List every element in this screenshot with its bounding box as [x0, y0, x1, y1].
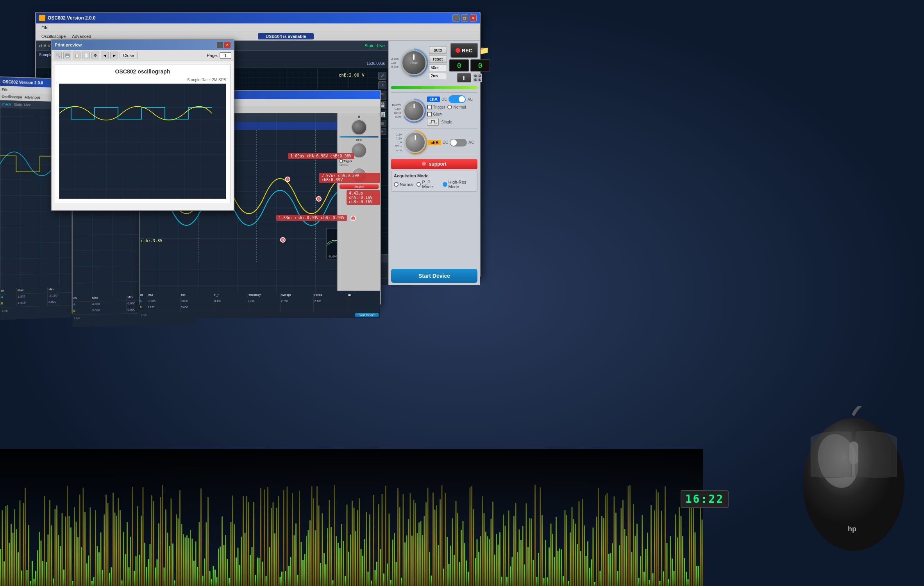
chb-knob-section: 0.2V 0.5V 1V 50hz auto chB DC [391, 132, 477, 153]
page-indicator: Page: [207, 52, 231, 59]
cha-knob-wrapper [403, 100, 425, 121]
sw3-live: Live [141, 313, 147, 317]
equalizer-icon[interactable]: 🎛️ [473, 73, 483, 82]
sw3-a-period: 2.107 [314, 299, 347, 306]
pause-button[interactable]: ⏸ [457, 73, 471, 82]
sw3-row-a: A -2.165 3.000 8.192 0.750 2.750 2.107 [139, 299, 380, 306]
num-display-right: 0 [470, 59, 490, 71]
chb-0_5v: 0.5V [391, 137, 402, 140]
clock-display: 16:22 [685, 493, 724, 506]
meas-label-2: 4.42us chA:-0.16V chB:-0.16V [347, 190, 380, 205]
sw3-trigger-checkbox[interactable] [340, 159, 343, 163]
print-sample-rate: Sample Rate: 2M SPS [187, 78, 226, 82]
normal-radio[interactable] [447, 105, 452, 109]
sw3-a-db [347, 299, 380, 306]
sw3-a-ch: A [139, 299, 147, 306]
cha-toggle-knob [459, 96, 465, 102]
sw3-col-max: Max [147, 293, 181, 299]
menu-bar: File [36, 23, 480, 32]
app-icon [39, 15, 45, 21]
trigger-shape-btn[interactable] [427, 118, 439, 126]
sw3-a-avg: 2.750 [281, 299, 314, 306]
print-copy-btn[interactable]: 📋 [73, 52, 80, 59]
glow-checkbox[interactable] [427, 112, 432, 116]
chb-50hz2: 50hz [391, 145, 402, 148]
time-knob[interactable]: Time [401, 50, 427, 75]
acquisition-radio-group: Normal P_P Mode High-Res Mode [394, 180, 475, 189]
time-scale-labels: 2.5us 1us 0.5us [391, 57, 399, 68]
sw3-trigger-lbl: Trigger [343, 160, 352, 163]
pp-mode-radio[interactable] [416, 182, 421, 187]
sw3-col-period: Period [314, 293, 347, 299]
sw3-mini-knob1[interactable] [351, 120, 367, 135]
oscilloscope-menu[interactable]: Oscilloscope [38, 33, 69, 39]
sw3-b-db [347, 306, 380, 312]
print-prev-btn[interactable]: ◀ [101, 52, 109, 59]
sw1-osc: Oscilloscope [2, 95, 22, 99]
print-minimize-btn[interactable]: □ [217, 42, 223, 48]
cha-label-prefix: chA:V [39, 43, 50, 48]
page-number-input[interactable] [220, 52, 231, 59]
highres-mode-radio[interactable] [443, 182, 447, 187]
cha-knob[interactable] [403, 100, 425, 121]
cha-toggle[interactable] [449, 95, 466, 103]
normal-mode-radio[interactable] [394, 182, 399, 187]
print-page-btn[interactable]: 📄 [82, 52, 90, 59]
folder-icon[interactable]: 📁 [479, 46, 489, 55]
number-displays: 0 0 [449, 59, 490, 71]
rec-button[interactable]: REC [450, 43, 478, 58]
print-save-btn[interactable]: 💾 [63, 52, 71, 59]
cha-dc-label: DC [441, 97, 447, 102]
highres-mode-label: High-Res Mode [449, 180, 475, 189]
support-dot [422, 162, 426, 166]
auto-reset-buttons: auto reset [429, 46, 447, 63]
cursor-tool[interactable]: + [378, 81, 386, 89]
auto-button[interactable]: auto [429, 46, 447, 54]
chb-indicator[interactable]: chB [428, 140, 441, 145]
sw2-col-max: Max [91, 295, 127, 301]
sw3-col-pp: P_P [214, 293, 247, 299]
mouse-brand: hp [848, 525, 856, 533]
sw3-trigger-row: Trigger [340, 159, 379, 163]
chb-knob[interactable] [404, 132, 426, 153]
print-zoom-btn[interactable]: 🔍 [54, 52, 62, 59]
auto-reset-rec-group: auto reset 50ns 2ms [429, 46, 447, 79]
print-preview-window: Print preview □ ✕ 🔍 💾 📋 📄 ⚙ ◀ ▶ Close Pa… [51, 39, 234, 211]
print-settings-btn[interactable]: ⚙ [91, 52, 99, 59]
timebase-selector[interactable]: 50ns [429, 64, 447, 71]
support-button[interactable]: support [391, 159, 477, 169]
print-next-btn[interactable]: ▶ [110, 52, 118, 59]
zoom-tool[interactable]: ⤢ [378, 72, 386, 80]
maximize-button[interactable]: □ [461, 14, 468, 21]
pause-equalizer-row: ⏸ 🎛️ [457, 73, 483, 82]
print-close-btn[interactable]: ✕ [224, 42, 231, 48]
sw2-col-ch: ch [73, 295, 91, 302]
sw1-a-ch: A [0, 294, 17, 301]
advanced-menu[interactable]: Advanced [69, 33, 94, 39]
sw3-b-avg [281, 306, 314, 312]
meas-label-3: 1.33us chA:-0.93V chB:-0.93V [276, 215, 347, 221]
cha-ac-label: AC [467, 97, 473, 102]
right-control-panel: 2.5us 1us 0.5us Time auto reset [388, 41, 480, 285]
normal-radio-item: Normal [447, 105, 466, 109]
sw3-start-device-btn[interactable]: Start Device [355, 313, 379, 317]
divider-1 [391, 92, 477, 93]
trigger-checkbox[interactable] [427, 105, 432, 109]
time2-selector[interactable]: 2ms [429, 73, 447, 79]
sw1-adv: Advanced [25, 95, 40, 100]
start-device-button[interactable]: Start Device [391, 269, 477, 283]
chb-toggle[interactable] [450, 139, 467, 146]
pp-mode-label: P_P Mode [422, 180, 440, 189]
file-menu[interactable]: File [38, 25, 52, 31]
chb-knob-wrapper [404, 132, 426, 153]
close-print-btn[interactable]: Close [120, 52, 138, 59]
sw3-support-btn[interactable]: Support [340, 184, 379, 189]
minimize-button[interactable]: − [452, 14, 459, 21]
close-button[interactable]: ✕ [470, 14, 477, 21]
glow-checkbox-item: Glow [427, 112, 442, 116]
rec-folder-group: REC 📁 0 0 ⏸ 🎛️ [449, 43, 490, 82]
cha-indicator[interactable]: chA [427, 96, 440, 102]
chb-volt-labels: 0.2V 0.5V 1V 50hz auto [391, 133, 402, 152]
rec-indicator [456, 48, 460, 53]
reset-button[interactable]: reset [429, 55, 447, 63]
